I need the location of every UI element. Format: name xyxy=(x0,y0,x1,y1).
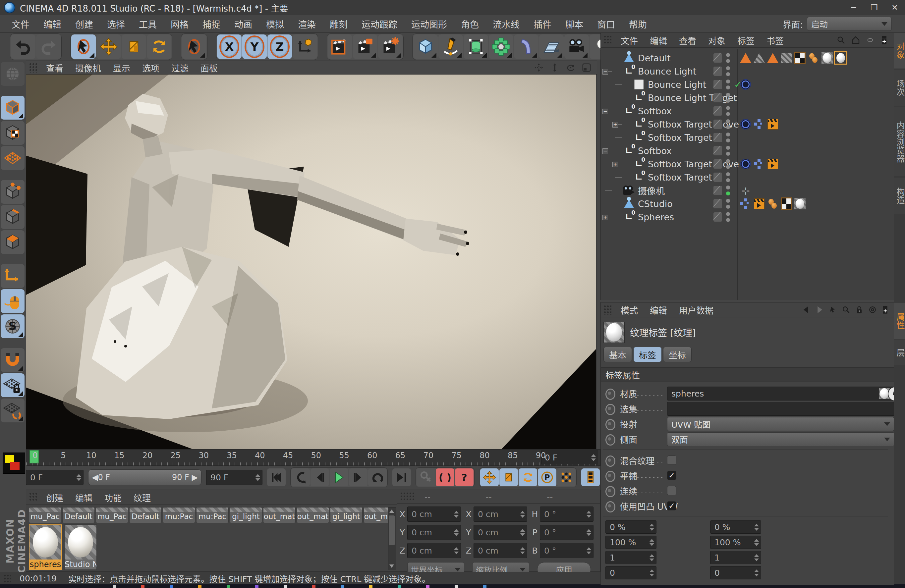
null-object-icon[interactable]: ∟ xyxy=(623,145,635,156)
平铺 U-field[interactable]: 1 xyxy=(605,551,656,564)
goto-start-button[interactable] xyxy=(267,468,286,486)
search-icon[interactable] xyxy=(841,304,851,315)
menu-item-捕捉[interactable]: 捕捉 xyxy=(195,17,227,30)
tag-properties-section[interactable]: 标签属性 xyxy=(601,368,899,382)
make-editable-button[interactable] xyxy=(1,62,24,86)
object-name-label[interactable]: Bounce Light xyxy=(638,66,697,76)
object-name-label[interactable]: Softbox Target xyxy=(648,133,712,143)
scrollbar-thumb[interactable] xyxy=(389,515,395,545)
interface-dropdown[interactable]: 启动 xyxy=(807,17,892,31)
next-frame-button[interactable] xyxy=(349,468,367,486)
forward-icon[interactable] xyxy=(814,304,825,315)
layer-color-widget[interactable] xyxy=(3,453,25,474)
projection-dropdown[interactable]: UVW 贴图 xyxy=(667,417,894,431)
rotation-h-field[interactable]: 0 ° xyxy=(540,507,594,522)
selection-field[interactable] xyxy=(667,402,894,416)
layer-chip[interactable] xyxy=(713,159,722,169)
side-tab-属性[interactable]: 属性 xyxy=(894,303,905,339)
material-link-field[interactable]: spheres xyxy=(667,387,894,401)
taskbar-app-icon[interactable] xyxy=(113,585,116,588)
object-row-Softbox[interactable]: −∟Softbox xyxy=(601,144,894,157)
om-menu-查看[interactable]: 查看 xyxy=(673,34,702,46)
object-row-CStudio[interactable]: CStudio xyxy=(601,197,894,210)
material-thumbnail-spheres[interactable]: spheres xyxy=(29,525,62,570)
sphere-selected-tag-icon[interactable] xyxy=(835,52,846,63)
add-spline-button[interactable] xyxy=(438,35,463,59)
material-minimized[interactable]: mu:Pac xyxy=(196,507,229,523)
连续-checkbox[interactable] xyxy=(667,486,676,495)
viewport-solo-button[interactable] xyxy=(1,289,24,313)
taskbar-app-icon[interactable] xyxy=(426,585,429,588)
model-mode-button[interactable] xyxy=(1,96,24,120)
tri-orange-tag-icon[interactable] xyxy=(740,52,751,63)
viewport-menu-查看[interactable]: 查看 xyxy=(40,62,69,74)
object-name-label[interactable]: Softbox Target xyxy=(648,172,712,182)
混合纹理-checkbox[interactable] xyxy=(667,455,676,465)
viewport-grip[interactable] xyxy=(29,63,37,73)
target-tag-icon[interactable] xyxy=(740,79,751,90)
object-name-label[interactable]: Default xyxy=(638,53,671,63)
add-environment-button[interactable] xyxy=(539,35,564,59)
layer-chip[interactable] xyxy=(713,212,722,222)
side-tab-层[interactable]: 层 xyxy=(894,340,905,365)
arealight-object-icon[interactable] xyxy=(633,79,645,90)
focus-tag-icon[interactable]: ⊹ xyxy=(740,185,751,196)
taskbar-app-icon[interactable] xyxy=(398,585,401,588)
size-z-field[interactable]: 0 cm xyxy=(473,543,527,558)
add-camera-button[interactable] xyxy=(564,35,589,59)
render-settings-button[interactable] xyxy=(378,35,403,59)
key-rotation-button[interactable] xyxy=(519,468,537,486)
key-parameter-button[interactable]: P xyxy=(538,468,556,486)
object-name-label[interactable]: 摄像机 xyxy=(638,184,665,197)
object-row-Spheres[interactable]: +∟Spheres xyxy=(601,210,894,223)
am-menu-用户数据[interactable]: 用户数据 xyxy=(673,304,719,316)
visibility-dots[interactable] xyxy=(726,79,730,89)
tri-orange-tag-icon[interactable] xyxy=(767,52,778,63)
null-object-icon[interactable]: ∟ xyxy=(633,132,645,143)
visibility-dots[interactable] xyxy=(726,53,730,63)
null-object-icon[interactable]: ∟ xyxy=(623,211,635,223)
taskbar-app-icon[interactable] xyxy=(284,585,287,588)
taskbar-app-icon[interactable] xyxy=(369,585,373,588)
material-minimized[interactable]: gi_light xyxy=(230,507,262,523)
spinner[interactable] xyxy=(76,470,81,485)
coordinate-system-button[interactable] xyxy=(293,35,317,59)
scroll-down-icon[interactable] xyxy=(389,564,394,568)
add-primitive-button[interactable] xyxy=(413,35,438,59)
material-minimized[interactable]: Default xyxy=(129,507,162,523)
object-name-label[interactable]: Softbox Target Move xyxy=(648,119,739,130)
back-icon[interactable] xyxy=(801,304,811,315)
menu-item-运动图形[interactable]: 运动图形 xyxy=(404,17,454,30)
toggle-panel-icon[interactable] xyxy=(581,62,592,73)
target-tag-icon[interactable] xyxy=(740,119,751,130)
edges-mode-button[interactable] xyxy=(1,205,24,229)
taskbar-app-icon[interactable] xyxy=(141,585,144,588)
move-tool-button[interactable] xyxy=(97,35,121,59)
clapper-tag-icon[interactable] xyxy=(767,158,778,170)
layer-chip[interactable] xyxy=(713,53,722,63)
filter-icon[interactable] xyxy=(865,35,876,46)
home-icon[interactable] xyxy=(850,35,861,46)
layer-chip[interactable] xyxy=(713,67,722,76)
material-grip[interactable] xyxy=(29,492,37,502)
menu-item-网格[interactable]: 网格 xyxy=(164,17,195,30)
target-tag-icon[interactable] xyxy=(740,158,751,170)
menu-item-角色[interactable]: 角色 xyxy=(454,17,486,30)
object-name-label[interactable]: Softbox Target Move xyxy=(648,159,739,169)
render-view-button[interactable] xyxy=(328,35,352,59)
object-row-Softbox[interactable]: −∟Softbox xyxy=(601,105,894,117)
visibility-dots[interactable] xyxy=(726,159,730,169)
am-menu-编辑[interactable]: 编辑 xyxy=(644,304,673,316)
clapper-tag-icon[interactable] xyxy=(754,198,765,209)
points-mode-button[interactable] xyxy=(1,180,24,204)
keyframe-radio[interactable] xyxy=(605,388,615,400)
object-row-Softbox-Target-Move[interactable]: +∟Softbox Target Move xyxy=(601,157,894,171)
taskbar-app-icon[interactable] xyxy=(255,585,259,588)
live-selection-button[interactable] xyxy=(71,35,96,59)
viewport-menu-面板[interactable]: 面板 xyxy=(195,62,224,74)
prev-frame-button[interactable] xyxy=(311,468,329,486)
object-name-label[interactable]: Spheres xyxy=(638,212,674,222)
sphere-striped-tag-icon[interactable] xyxy=(794,198,806,209)
sq-striped-tag-icon[interactable] xyxy=(781,52,792,63)
coordinates-grip[interactable] xyxy=(400,492,414,501)
